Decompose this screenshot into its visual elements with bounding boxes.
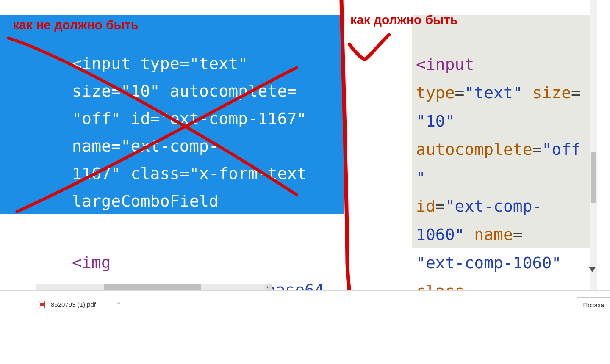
annotation-wrong-label: как не должно быть bbox=[13, 18, 139, 32]
download-filename: 8620793 (1).pdf bbox=[51, 301, 96, 308]
show-all-button[interactable]: Показа bbox=[577, 297, 610, 312]
left-selected-block[interactable]: <input type="text" size="10" autocomplet… bbox=[0, 15, 344, 214]
downloads-bar: 8620793 (1).pdf ⌃ Показа bbox=[0, 290, 610, 364]
right-code-pane: <input type="text" size= "10" autocomple… bbox=[344, 0, 597, 290]
vertical-scrollbar[interactable] bbox=[590, 0, 597, 290]
show-all-label: Показа bbox=[583, 301, 604, 309]
horizontal-scrollbar[interactable]: ▸ bbox=[36, 284, 272, 290]
vscroll-thumb[interactable] bbox=[591, 152, 596, 203]
download-item[interactable]: 8620793 (1).pdf ⌃ bbox=[39, 297, 122, 312]
left-code-pane: <input type="text" size="10" autocomplet… bbox=[0, 0, 344, 290]
expand-triangle-icon[interactable] bbox=[588, 267, 596, 272]
chevron-up-icon[interactable]: ⌃ bbox=[116, 301, 122, 309]
hscroll-right-arrow-icon[interactable]: ▸ bbox=[265, 284, 272, 290]
annotation-right-label: как должно быть bbox=[350, 13, 458, 27]
pdf-file-icon bbox=[39, 301, 45, 308]
hscroll-thumb[interactable] bbox=[104, 284, 201, 290]
